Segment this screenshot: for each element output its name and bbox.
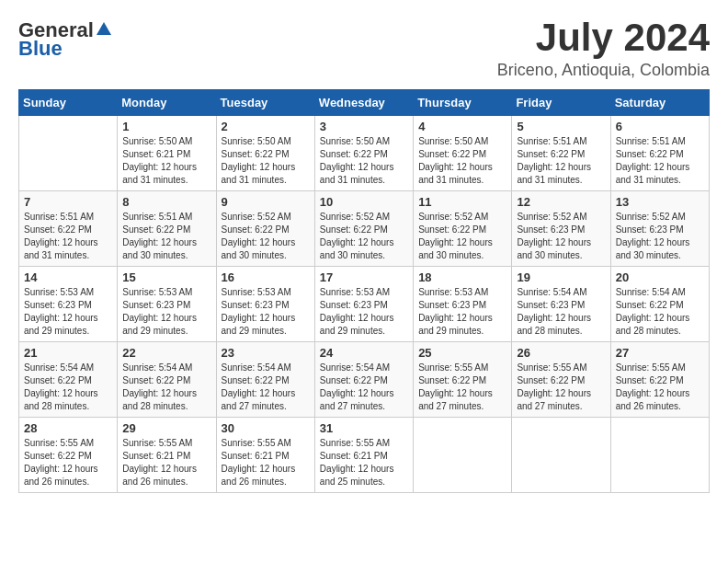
day-info: Sunrise: 5:53 AM Sunset: 6:23 PM Dayligh… bbox=[24, 286, 112, 338]
day-number: 24 bbox=[320, 346, 408, 360]
day-number: 6 bbox=[616, 120, 704, 133]
day-number: 3 bbox=[320, 120, 408, 133]
day-number: 20 bbox=[616, 270, 704, 284]
logo: General Blue bbox=[18, 18, 112, 61]
day-info: Sunrise: 5:52 AM Sunset: 6:23 PM Dayligh… bbox=[616, 211, 704, 262]
calendar-cell: 27Sunrise: 5:55 AM Sunset: 6:22 PM Dayli… bbox=[610, 342, 709, 418]
day-info: Sunrise: 5:53 AM Sunset: 6:23 PM Dayligh… bbox=[122, 286, 210, 338]
calendar-cell: 20Sunrise: 5:54 AM Sunset: 6:22 PM Dayli… bbox=[610, 267, 709, 342]
day-info: Sunrise: 5:54 AM Sunset: 6:23 PM Dayligh… bbox=[517, 286, 605, 338]
day-info: Sunrise: 5:54 AM Sunset: 6:22 PM Dayligh… bbox=[320, 362, 408, 413]
header-cell-saturday: Saturday bbox=[610, 90, 709, 116]
title-section: July 2024 Briceno, Antioquia, Colombia bbox=[497, 18, 710, 80]
day-number: 8 bbox=[122, 195, 210, 209]
calendar-cell: 3Sunrise: 5:50 AM Sunset: 6:22 PM Daylig… bbox=[314, 116, 413, 191]
day-info: Sunrise: 5:50 AM Sunset: 6:22 PM Dayligh… bbox=[418, 135, 506, 187]
header-cell-tuesday: Tuesday bbox=[216, 90, 314, 116]
day-info: Sunrise: 5:52 AM Sunset: 6:22 PM Dayligh… bbox=[320, 211, 408, 262]
calendar-table: SundayMondayTuesdayWednesdayThursdayFrid… bbox=[18, 89, 710, 493]
header-cell-sunday: Sunday bbox=[19, 90, 118, 116]
day-info: Sunrise: 5:50 AM Sunset: 6:22 PM Dayligh… bbox=[222, 135, 310, 187]
day-number: 1 bbox=[122, 120, 210, 133]
calendar-cell: 4Sunrise: 5:50 AM Sunset: 6:22 PM Daylig… bbox=[414, 116, 512, 191]
day-number: 19 bbox=[517, 270, 605, 284]
calendar-cell: 8Sunrise: 5:51 AM Sunset: 6:22 PM Daylig… bbox=[118, 191, 216, 267]
calendar-cell: 21Sunrise: 5:54 AM Sunset: 6:22 PM Dayli… bbox=[19, 342, 118, 418]
calendar-week-row: 28Sunrise: 5:55 AM Sunset: 6:22 PM Dayli… bbox=[19, 418, 710, 493]
calendar-cell: 18Sunrise: 5:53 AM Sunset: 6:23 PM Dayli… bbox=[414, 267, 512, 342]
day-info: Sunrise: 5:55 AM Sunset: 6:21 PM Dayligh… bbox=[320, 437, 408, 488]
calendar-cell bbox=[512, 418, 610, 493]
day-info: Sunrise: 5:55 AM Sunset: 6:22 PM Dayligh… bbox=[24, 437, 112, 488]
day-info: Sunrise: 5:55 AM Sunset: 6:22 PM Dayligh… bbox=[616, 362, 704, 413]
day-number: 18 bbox=[418, 270, 506, 284]
calendar-cell: 23Sunrise: 5:54 AM Sunset: 6:22 PM Dayli… bbox=[216, 342, 314, 418]
calendar-week-row: 1Sunrise: 5:50 AM Sunset: 6:21 PM Daylig… bbox=[19, 116, 710, 191]
day-number: 16 bbox=[222, 270, 310, 284]
day-number: 25 bbox=[418, 346, 506, 360]
day-number: 23 bbox=[222, 346, 310, 360]
day-info: Sunrise: 5:52 AM Sunset: 6:22 PM Dayligh… bbox=[418, 211, 506, 262]
day-number: 17 bbox=[320, 270, 408, 284]
calendar-cell: 19Sunrise: 5:54 AM Sunset: 6:23 PM Dayli… bbox=[512, 267, 610, 342]
calendar-cell: 31Sunrise: 5:55 AM Sunset: 6:21 PM Dayli… bbox=[314, 418, 413, 493]
day-number: 22 bbox=[122, 346, 210, 360]
calendar-cell: 9Sunrise: 5:52 AM Sunset: 6:22 PM Daylig… bbox=[216, 191, 314, 267]
day-number: 29 bbox=[122, 421, 210, 435]
calendar-cell: 29Sunrise: 5:55 AM Sunset: 6:21 PM Dayli… bbox=[118, 418, 216, 493]
day-info: Sunrise: 5:54 AM Sunset: 6:22 PM Dayligh… bbox=[122, 362, 210, 413]
header: General Blue July 2024 Briceno, Antioqui… bbox=[18, 18, 710, 80]
calendar-cell bbox=[414, 418, 512, 493]
calendar-cell: 12Sunrise: 5:52 AM Sunset: 6:23 PM Dayli… bbox=[512, 191, 610, 267]
calendar-cell: 7Sunrise: 5:51 AM Sunset: 6:22 PM Daylig… bbox=[19, 191, 118, 267]
calendar-cell bbox=[610, 418, 709, 493]
svg-marker-0 bbox=[97, 22, 111, 35]
header-cell-friday: Friday bbox=[512, 90, 610, 116]
day-info: Sunrise: 5:55 AM Sunset: 6:22 PM Dayligh… bbox=[418, 362, 506, 413]
day-info: Sunrise: 5:51 AM Sunset: 6:22 PM Dayligh… bbox=[517, 135, 605, 187]
calendar-cell: 15Sunrise: 5:53 AM Sunset: 6:23 PM Dayli… bbox=[118, 267, 216, 342]
day-number: 4 bbox=[418, 120, 506, 133]
day-info: Sunrise: 5:52 AM Sunset: 6:23 PM Dayligh… bbox=[517, 211, 605, 262]
day-number: 31 bbox=[320, 421, 408, 435]
day-number: 11 bbox=[418, 195, 506, 209]
day-number: 9 bbox=[222, 195, 310, 209]
day-number: 14 bbox=[24, 270, 112, 284]
calendar-cell: 6Sunrise: 5:51 AM Sunset: 6:22 PM Daylig… bbox=[610, 116, 709, 191]
day-number: 30 bbox=[222, 421, 310, 435]
calendar-header: SundayMondayTuesdayWednesdayThursdayFrid… bbox=[19, 90, 710, 116]
calendar-cell: 10Sunrise: 5:52 AM Sunset: 6:22 PM Dayli… bbox=[314, 191, 413, 267]
calendar-title: July 2024 bbox=[497, 18, 710, 57]
day-info: Sunrise: 5:54 AM Sunset: 6:22 PM Dayligh… bbox=[616, 286, 704, 338]
day-number: 27 bbox=[616, 346, 704, 360]
day-info: Sunrise: 5:55 AM Sunset: 6:21 PM Dayligh… bbox=[122, 437, 210, 488]
day-info: Sunrise: 5:54 AM Sunset: 6:22 PM Dayligh… bbox=[222, 362, 310, 413]
calendar-cell: 28Sunrise: 5:55 AM Sunset: 6:22 PM Dayli… bbox=[19, 418, 118, 493]
calendar-cell: 22Sunrise: 5:54 AM Sunset: 6:22 PM Dayli… bbox=[118, 342, 216, 418]
calendar-cell: 11Sunrise: 5:52 AM Sunset: 6:22 PM Dayli… bbox=[414, 191, 512, 267]
day-info: Sunrise: 5:53 AM Sunset: 6:23 PM Dayligh… bbox=[320, 286, 408, 338]
day-number: 26 bbox=[517, 346, 605, 360]
header-row: SundayMondayTuesdayWednesdayThursdayFrid… bbox=[19, 90, 710, 116]
calendar-week-row: 7Sunrise: 5:51 AM Sunset: 6:22 PM Daylig… bbox=[19, 191, 710, 267]
day-number: 12 bbox=[517, 195, 605, 209]
calendar-week-row: 14Sunrise: 5:53 AM Sunset: 6:23 PM Dayli… bbox=[19, 267, 710, 342]
calendar-cell: 1Sunrise: 5:50 AM Sunset: 6:21 PM Daylig… bbox=[118, 116, 216, 191]
day-number: 28 bbox=[24, 421, 112, 435]
calendar-cell: 5Sunrise: 5:51 AM Sunset: 6:22 PM Daylig… bbox=[512, 116, 610, 191]
calendar-cell: 30Sunrise: 5:55 AM Sunset: 6:21 PM Dayli… bbox=[216, 418, 314, 493]
calendar-body: 1Sunrise: 5:50 AM Sunset: 6:21 PM Daylig… bbox=[19, 116, 710, 493]
day-number: 7 bbox=[24, 195, 112, 209]
day-info: Sunrise: 5:51 AM Sunset: 6:22 PM Dayligh… bbox=[616, 135, 704, 187]
calendar-cell: 13Sunrise: 5:52 AM Sunset: 6:23 PM Dayli… bbox=[610, 191, 709, 267]
day-info: Sunrise: 5:53 AM Sunset: 6:23 PM Dayligh… bbox=[418, 286, 506, 338]
calendar-cell: 25Sunrise: 5:55 AM Sunset: 6:22 PM Dayli… bbox=[414, 342, 512, 418]
day-number: 15 bbox=[122, 270, 210, 284]
day-info: Sunrise: 5:52 AM Sunset: 6:22 PM Dayligh… bbox=[222, 211, 310, 262]
header-cell-monday: Monday bbox=[118, 90, 216, 116]
logo-blue-text: Blue bbox=[18, 37, 63, 61]
day-info: Sunrise: 5:50 AM Sunset: 6:21 PM Dayligh… bbox=[122, 135, 210, 187]
day-number: 21 bbox=[24, 346, 112, 360]
day-info: Sunrise: 5:55 AM Sunset: 6:21 PM Dayligh… bbox=[222, 437, 310, 488]
day-number: 13 bbox=[616, 195, 704, 209]
